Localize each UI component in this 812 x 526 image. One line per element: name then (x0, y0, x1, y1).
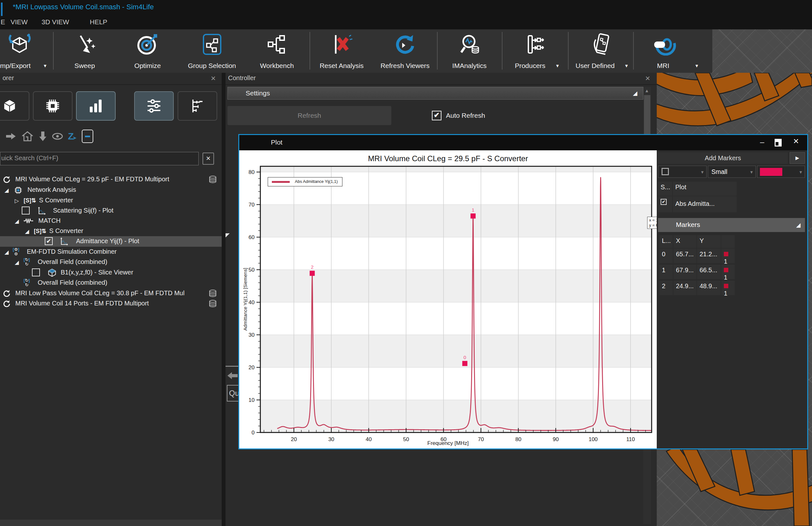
svg-text:40: 40 (248, 299, 255, 305)
scroll-up-icon[interactable]: ▲ (644, 88, 649, 93)
group-selection-label: Group Selection (179, 62, 244, 70)
schematic-view-button[interactable] (178, 91, 217, 121)
add-markers-expand-icon[interactable]: ▶ (789, 152, 805, 164)
analysis-view-button[interactable] (76, 91, 116, 121)
menu-item-file[interactable]: E (1, 18, 5, 26)
imanalytics-button[interactable]: IMAnalytics (438, 29, 501, 72)
chart-canvas[interactable]: 2030405060708090100110010203040506070802… (239, 150, 657, 448)
simulation-view-button[interactable] (33, 91, 73, 121)
cursor-readout: x = 1 y = 6 (647, 217, 657, 229)
tree-item-scattering-plot[interactable]: Scattering Sij(f) - Plot (0, 206, 222, 216)
model-view-button[interactable] (0, 91, 29, 121)
menu-item-help[interactable]: HELP (90, 18, 107, 26)
tree-item-match[interactable]: ◢ MATCH (0, 216, 222, 226)
menu-item-3d-view[interactable]: 3D VIEW (42, 18, 69, 26)
group-selection-button[interactable]: Group Selection (179, 29, 244, 72)
title-bar: *MRI Lowpass Volume Coil.smash - Sim4Lif… (0, 0, 812, 16)
go-forward-icon[interactable] (4, 129, 17, 144)
sweep-button[interactable]: Sweep (54, 29, 116, 72)
collapse-section-icon[interactable]: ◢ (796, 222, 800, 228)
tree-item-overall-field-1[interactable]: ◢ [↻]↻ Overall Field (combined) (0, 257, 222, 268)
tree-item-simulation-combiner[interactable]: ◢ [⚙]⚙ EM-FDTD Simulation Combiner (0, 247, 222, 257)
tree-item-network-analysis[interactable]: ◢ Network Analysis (0, 185, 222, 195)
tree-item-admittance-plot[interactable]: ✔ Admittance Yij(f) - Plot (0, 236, 222, 247)
refresh-viewers-button[interactable]: Refresh Viewers (373, 29, 437, 72)
mri-button[interactable]: MRI ▼ (634, 29, 712, 72)
expanded-icon[interactable]: ◢ (4, 249, 9, 256)
marker-row-color[interactable]: 1 (721, 249, 735, 263)
dropdown-arrow-icon[interactable]: ▼ (694, 63, 699, 68)
marker-row-index[interactable]: 1 (659, 265, 673, 279)
import-export-icon (0, 32, 53, 57)
producers-button[interactable]: Producers ▼ (503, 29, 567, 72)
menu-item-view[interactable]: VIEW (11, 18, 28, 26)
panel-divider[interactable] (222, 73, 226, 526)
splitter-collapse-icon[interactable] (226, 233, 230, 238)
visibility-icon[interactable] (51, 129, 64, 144)
expanded-icon[interactable]: ◢ (25, 228, 29, 235)
quick-search-input[interactable]: uick Search (Ctrl+F) (0, 152, 199, 165)
s-converter-icon: [S]⇅ (34, 228, 46, 235)
collapse-left-icon[interactable] (227, 372, 238, 380)
refresh-button[interactable]: Refresh (228, 106, 391, 125)
close-icon[interactable]: × (211, 73, 216, 83)
workbench-button[interactable]: Workbench (244, 29, 309, 72)
expanded-icon[interactable]: ◢ (15, 259, 19, 266)
tree-item-s-converter-1[interactable]: ▷ [S]⇅ S Converter (0, 195, 222, 206)
marker-row-y[interactable]: 48.9... (697, 281, 721, 295)
collapse-section-icon[interactable]: ◢ (633, 90, 637, 97)
import-export-button[interactable]: mp/Export ▼ (0, 29, 53, 72)
marker-row-x[interactable]: 65.7... (673, 249, 696, 263)
zoom-tool-icon[interactable]: Z➤ (66, 129, 78, 144)
expanded-icon[interactable]: ◢ (15, 218, 19, 225)
add-markers-button[interactable]: Add Markers (658, 152, 788, 164)
marker-color-dropdown[interactable]: ▼ (757, 166, 805, 178)
dropdown-arrow-icon[interactable]: ▼ (555, 63, 560, 68)
collapse-all-icon[interactable] (81, 129, 94, 144)
plot-window-titlebar[interactable]: Plot – × (239, 135, 807, 150)
move-down-icon[interactable] (37, 129, 49, 144)
combined-field-icon: [↻]↻ (24, 278, 30, 287)
marker-row-color[interactable]: 1 (721, 265, 735, 279)
tree-item-overall-field-2[interactable]: [↻]↻ Overall Field (combined) (0, 278, 222, 288)
series-checkbox-checked[interactable]: ✔ (661, 199, 667, 205)
checkbox-unchecked[interactable] (32, 268, 40, 276)
minimize-icon[interactable]: – (757, 138, 768, 148)
tree-item-s-converter-2[interactable]: ◢ [S]⇅ S Converter (0, 226, 222, 237)
close-icon[interactable]: × (791, 136, 801, 146)
optimize-button[interactable]: Optimize (116, 29, 179, 72)
marker-row-x[interactable]: 67.9... (673, 265, 696, 279)
marker-row-color[interactable]: 1 (721, 281, 735, 295)
tree-item-b1-slice-viewer[interactable]: B1(x,y,z,f0) - Slice Viewer (0, 268, 222, 278)
marker-row-y[interactable]: 21.2... (697, 249, 721, 263)
settings-view-button[interactable] (134, 91, 174, 121)
tree-item-sim-30-8[interactable]: MRI Low Pass Volume Coil CLeg = 30.8 pF … (0, 288, 222, 299)
dropdown-arrow-icon[interactable]: ▼ (43, 63, 47, 68)
checkbox-checked[interactable]: ✔ (45, 237, 53, 245)
series-row-checkbox-cell[interactable]: ✔ (658, 196, 672, 212)
auto-refresh-checkbox[interactable]: ✔ (432, 111, 441, 120)
tree-item-sim-29-5[interactable]: MRI Volume Coil CLeg = 29.5 pF - EM FDTD… (0, 174, 222, 185)
close-icon[interactable]: × (645, 73, 650, 83)
markers-section-bar[interactable]: Markers ◢ (658, 218, 805, 232)
marker-size-dropdown[interactable]: Small ▼ (708, 166, 756, 178)
checkbox-unchecked[interactable] (22, 207, 30, 214)
maximize-icon[interactable] (773, 138, 784, 148)
plot-window[interactable]: Plot – × 2030405060708090100110010203040… (238, 134, 808, 449)
marker-row-x[interactable]: 24.9... (673, 281, 696, 295)
marker-style-dropdown[interactable]: ▼ (658, 166, 707, 178)
marker-row-index[interactable]: 2 (659, 281, 673, 295)
marker-color-square (724, 284, 728, 288)
clear-search-icon[interactable]: × (203, 153, 214, 165)
home-icon[interactable] (21, 129, 34, 144)
settings-label: Settings (246, 89, 270, 97)
series-row-label[interactable]: Abs Admitta... (673, 196, 737, 212)
marker-row-index[interactable]: 0 (659, 249, 673, 263)
tree-item-sim-14-ports[interactable]: MRI Volume Coil 14 Ports - EM FDTD Multi… (0, 298, 222, 309)
collapsed-icon[interactable]: ▷ (15, 198, 19, 204)
settings-section-bar[interactable]: Settings ◢ (228, 87, 643, 100)
expanded-icon[interactable]: ◢ (4, 187, 9, 194)
series-table-header-show: S... (658, 182, 672, 196)
reset-analysis-button[interactable]: Reset Analysis (310, 29, 373, 72)
marker-row-y[interactable]: 66.5... (697, 265, 721, 279)
